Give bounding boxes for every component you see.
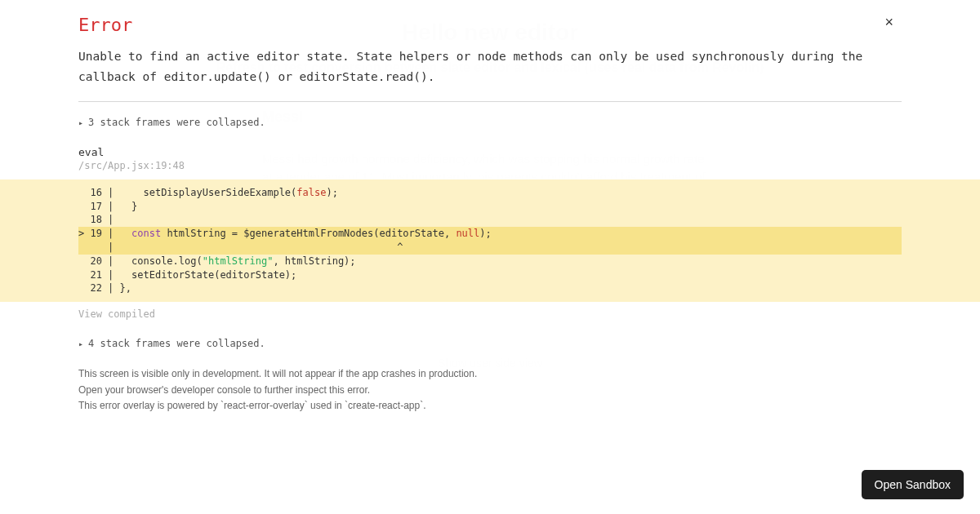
code-snippet: 16 | setDisplayUserSideExample(false); 1… [0,179,980,302]
note-line: This error overlay is powered by `react-… [78,399,902,413]
error-title: Error [78,15,902,35]
view-compiled-link[interactable]: View compiled [78,308,902,320]
divider [78,101,902,102]
note-line: Open your browser's developer console to… [78,383,902,397]
close-icon[interactable]: × [884,15,893,29]
error-overlay: × Error Unable to find an active editor … [0,0,980,514]
note-line: This screen is visible only in developme… [78,367,902,381]
collapsed-frames-top[interactable]: 3 stack frames were collapsed. [78,117,902,128]
open-sandbox-button[interactable]: Open Sandbox [862,470,964,499]
overlay-notes: This screen is visible only in developme… [78,367,902,431]
error-message: Unable to find an active editor state. S… [78,47,902,88]
collapsed-frames-bottom[interactable]: 4 stack frames were collapsed. [78,338,902,349]
stack-file-location: /src/App.jsx:19:48 [78,160,902,171]
stack-function-name: eval [78,146,902,158]
